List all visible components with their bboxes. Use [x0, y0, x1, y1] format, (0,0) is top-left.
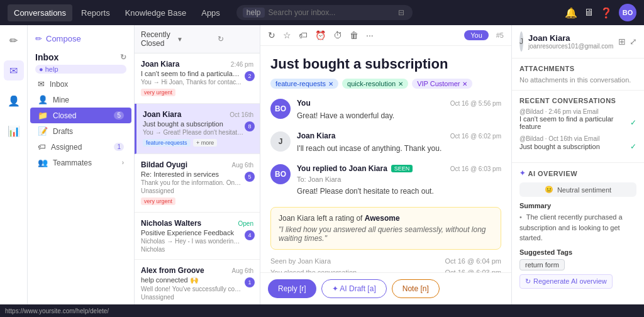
- help-icon[interactable]: ❓: [600, 7, 613, 19]
- conv-item-3[interactable]: Bildad Oyugi Aug 6th Re: Interested in s…: [135, 154, 260, 213]
- recent-conv-item-1[interactable]: @Bildad · 2:46 pm via Email I can't seem…: [519, 108, 636, 130]
- suggested-tag[interactable]: return form: [519, 259, 565, 270]
- star-toolbar-icon[interactable]: ☆: [283, 30, 291, 40]
- trash-toolbar-icon[interactable]: 🗑: [350, 30, 358, 40]
- conv-item-1[interactable]: Joan Kiara 2:46 pm I can't seem to find …: [135, 53, 260, 104]
- refresh-toolbar-icon[interactable]: ↻: [268, 30, 275, 40]
- nav-knowledge[interactable]: Knowledge Base: [119, 4, 193, 21]
- expand-icon[interactable]: ⤢: [630, 36, 637, 47]
- nav-conversations[interactable]: Conversations: [8, 4, 72, 21]
- contacts-icon[interactable]: 👤: [4, 91, 24, 111]
- recent-conv-text-2: Just bought a subscription: [519, 143, 600, 150]
- filter-icon[interactable]: ⊟: [398, 8, 404, 17]
- message-1: BO You Oct 16 @ 5:56 pm Great! Have a wo…: [270, 99, 501, 121]
- ai-overview-section: ✦ AI OVERVIEW 😐 Neutral sentiment Summar…: [512, 163, 644, 295]
- conv-preview-1: You → Hi Joan, Thanks for contac...: [141, 79, 242, 86]
- seen-badge: SEEN: [391, 165, 413, 172]
- conv-item-2[interactable]: Joan Kiara Oct 16th Just bought a subscr…: [135, 104, 260, 154]
- closed-nav-icon: 📁: [38, 111, 48, 120]
- conv-list-header[interactable]: Recently Closed ▼ ↻: [135, 25, 260, 53]
- tag-close-vip[interactable]: ✕: [462, 81, 467, 87]
- nav-apps[interactable]: Apps: [195, 4, 226, 21]
- snooze-toolbar-icon[interactable]: ⏰: [315, 30, 326, 40]
- user-avatar[interactable]: BO: [619, 4, 636, 21]
- compose-button[interactable]: ✏ Compose: [28, 30, 134, 47]
- conv-list-arrow: ▼: [177, 36, 213, 43]
- conv-badge-5: 1: [245, 277, 255, 287]
- teammates-nav-icon: 👥: [38, 158, 48, 167]
- regenerate-button[interactable]: ↻ Regenerate AI overview: [519, 274, 613, 289]
- tag-vip-customer[interactable]: VIP Customer ✕: [412, 79, 472, 89]
- msg-reply-sender: You replied to Joan Kiara: [297, 164, 387, 173]
- msg-avatar-reply: BO: [270, 164, 291, 184]
- refresh-icon[interactable]: ↻: [120, 53, 126, 62]
- regen-icon: ↻: [525, 277, 531, 286]
- bell-icon[interactable]: 🔔: [565, 7, 577, 19]
- inbox-help-label[interactable]: ● help: [35, 65, 126, 74]
- recent-conv-link-1[interactable]: I can't seem to find a particular featur…: [519, 115, 636, 130]
- reply-to: To: Joan Kiara: [297, 175, 501, 183]
- reply-button[interactable]: Reply [r]: [268, 279, 316, 298]
- conv-time-2: Oct 16th: [230, 111, 253, 118]
- closed-nav-label: Closed: [53, 111, 76, 120]
- sidebar-item-mine[interactable]: 👤 Mine: [30, 92, 131, 108]
- message-2: J Joan Kiara Oct 16 @ 6:02 pm I'll reach…: [270, 131, 501, 154]
- monitor-icon[interactable]: 🖥: [584, 7, 594, 18]
- tag-feature-requests[interactable]: feature-requests ✕: [270, 79, 338, 89]
- label-toolbar-icon[interactable]: 🏷: [299, 30, 308, 40]
- search-input[interactable]: [269, 8, 394, 17]
- conv-name-2: Joan Kiara: [143, 110, 181, 119]
- closed-count: 5: [114, 111, 124, 120]
- recent-conv-item-2[interactable]: @Bildad · Oct 16th via Email Just bought…: [519, 135, 636, 151]
- sliders-icon[interactable]: ⊞: [618, 36, 626, 47]
- inbox-icon[interactable]: ✉: [4, 60, 24, 81]
- note-button[interactable]: Note [n]: [392, 279, 440, 298]
- rating-prefix: Joan Kiara left a rating of: [279, 214, 362, 223]
- contact-email: joanresources101@gmail.com: [528, 43, 613, 50]
- msg-reply-time: Oct 16 @ 6:03 pm: [450, 165, 501, 172]
- search-bar: help ⊟: [236, 5, 413, 20]
- sidebar-item-assigned[interactable]: 🏷 Assigned 1: [30, 139, 131, 155]
- summary-content: The client recently purchased a subscrip…: [519, 213, 623, 242]
- ai-overview-title: ✦ AI OVERVIEW: [519, 169, 636, 177]
- inbox-title: Inbox ↻: [28, 47, 134, 65]
- compose-label: Compose: [46, 34, 81, 43]
- sidebar-item-teammates[interactable]: 👥 Teammates ›: [30, 155, 131, 170]
- status-line-1: Seen by Joan Kiara Oct 16 @ 6:04 pm: [270, 257, 501, 265]
- more-toolbar-icon[interactable]: ···: [366, 30, 374, 40]
- conv-item-5[interactable]: Alex from Groove Aug 6th help connected …: [135, 260, 260, 304]
- msg-avatar-you: BO: [270, 99, 291, 119]
- regen-label: Regenerate AI overview: [533, 277, 607, 285]
- sentiment-text: Neutral sentiment: [557, 186, 611, 194]
- recent-conv-title: RECENT CONVERSATIONS: [519, 97, 636, 104]
- conv-item-4[interactable]: Nicholas Walters Open Positive Experienc…: [135, 213, 260, 260]
- assigned-nav-label: Assigned: [51, 143, 82, 152]
- tag-close-feature[interactable]: ✕: [328, 81, 333, 87]
- sidebar-item-closed[interactable]: 📁 Closed 5: [30, 108, 131, 123]
- conv-list-refresh[interactable]: ↻: [218, 35, 253, 43]
- conv-tag-3: very urgent: [141, 197, 175, 205]
- conv-number: #5: [496, 31, 504, 39]
- suggested-tags-title: Suggested Tags: [519, 248, 636, 256]
- compose-icon-small: ✏: [35, 34, 42, 43]
- conv-name-1: Joan Kiara: [141, 60, 179, 69]
- sidebar-item-inbox[interactable]: ✉ Inbox: [30, 76, 131, 92]
- mine-nav-label: Mine: [53, 96, 69, 104]
- conv-subject-2: Just bought a subscription: [143, 120, 243, 128]
- reply-group: BO You replied to Joan Kiara SEEN Oct 16…: [270, 164, 501, 197]
- msg-reply-text: Great! Please don't hesitate to reach ou…: [297, 186, 501, 197]
- recent-conv-link-2[interactable]: Just bought a subscription ✓: [519, 142, 636, 151]
- msg-sender-2: Joan Kiara: [297, 131, 335, 140]
- conv-list-title: Recently Closed: [141, 30, 177, 48]
- compose-icon[interactable]: ✏: [4, 30, 24, 50]
- tag-quick-resolution[interactable]: quick-resolution ✕: [342, 79, 408, 89]
- sidebar-item-drafts[interactable]: 📝 Drafts: [30, 123, 131, 139]
- tag-close-quick[interactable]: ✕: [398, 81, 403, 87]
- clock-toolbar-icon[interactable]: ⏱: [333, 30, 342, 40]
- ai-draft-button[interactable]: ✦ AI Draft [a]: [321, 279, 387, 298]
- conv-badge-2: 8: [245, 121, 255, 131]
- nav-reports[interactable]: Reports: [75, 4, 116, 21]
- conversation-list: Recently Closed ▼ ↻ Joan Kiara 2:46 pm I…: [135, 25, 260, 304]
- inbox-nav-icon: ✉: [38, 79, 45, 89]
- reports-icon[interactable]: 📊: [4, 121, 24, 141]
